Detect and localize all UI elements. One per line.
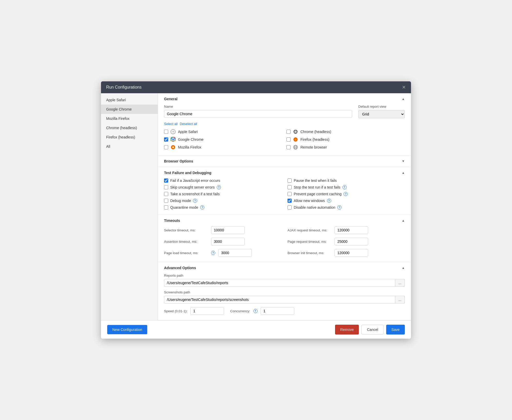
help-icon-skip-server[interactable]: ? xyxy=(217,185,221,189)
checkbox-prevent-cache[interactable] xyxy=(288,192,292,196)
test-failure-collapse-icon: ▲ xyxy=(402,171,405,175)
input-ajax-timeout[interactable] xyxy=(335,226,368,234)
label-quarantine: Quarantine mode xyxy=(170,205,198,209)
screenshots-path-browse-button[interactable]: ... xyxy=(395,296,405,304)
label-selector-timeout: Selector timeout, ms: xyxy=(164,228,208,232)
svg-point-12 xyxy=(294,138,297,141)
checkbox-quarantine[interactable] xyxy=(164,205,168,209)
label-pause: Pause the test when it fails xyxy=(294,178,337,183)
remove-button[interactable]: Remove xyxy=(335,325,359,335)
new-configuration-button[interactable]: New Configuration xyxy=(107,325,147,334)
input-browser-init-timeout[interactable] xyxy=(335,249,368,257)
sidebar-item-all[interactable]: All xyxy=(101,142,158,151)
sidebar-item-chrome-headless[interactable]: Chrome (headless) xyxy=(101,123,158,133)
help-icon-debug-mode[interactable]: ? xyxy=(193,199,197,203)
reports-path-browse-button[interactable]: ... xyxy=(395,279,405,287)
browser-checkbox-apple-safari[interactable] xyxy=(164,130,168,134)
general-section-header[interactable]: General ▲ xyxy=(158,93,411,105)
screenshots-path-input[interactable] xyxy=(164,296,395,304)
help-icon-concurrency[interactable]: ? xyxy=(253,309,258,313)
advanced-content: Reports path ... Screenshots path ... xyxy=(158,274,411,320)
sidebar-item-mozilla-firefox[interactable]: Mozilla Firefox xyxy=(101,114,158,123)
sidebar-item-firefox-headless[interactable]: Firefox (headless) xyxy=(101,133,158,142)
reports-path-input[interactable] xyxy=(164,279,395,287)
test-failure-header[interactable]: Test Failure and Debugging ▲ xyxy=(158,167,411,178)
sidebar-item-apple-safari[interactable]: Apple Safari xyxy=(101,95,158,105)
footer-right: Remove Cancel Save xyxy=(335,325,405,335)
label-prevent-cache: Prevent page content caching xyxy=(294,192,342,196)
browser-options-collapse-icon: ▼ xyxy=(402,159,405,163)
help-icon-prevent-cache[interactable]: ? xyxy=(344,192,348,196)
test-failure-section: Test Failure and Debugging ▲ Fail if a J… xyxy=(158,167,411,215)
checkbox-skip-server[interactable] xyxy=(164,185,168,189)
label-page-request-timeout: Page request timeout, ms: xyxy=(288,240,331,244)
debug-item-allow-windows: Allow new windows ? xyxy=(288,199,405,203)
browser-checkbox-google-chrome[interactable] xyxy=(164,137,168,142)
checkbox-stop-run[interactable] xyxy=(288,185,292,189)
general-collapse-icon: ▲ xyxy=(402,97,405,101)
reports-path-label: Reports path xyxy=(164,274,405,277)
browser-label-google-chrome: Google Chrome xyxy=(178,137,204,142)
speed-row: Speed (0.01-1): Concurrency: ? xyxy=(164,307,405,315)
input-page-load-timeout[interactable] xyxy=(218,249,252,257)
debug-item-quarantine: Quarantine mode ? xyxy=(164,205,281,209)
cancel-button[interactable]: Cancel xyxy=(361,325,384,335)
name-input[interactable] xyxy=(164,110,352,118)
timeout-selector: Selector timeout, ms: xyxy=(164,226,281,234)
help-icon-page-load[interactable]: ? xyxy=(211,251,215,255)
input-selector-timeout[interactable] xyxy=(211,226,245,234)
checkbox-pause[interactable] xyxy=(288,178,292,183)
screenshots-path-input-row: ... xyxy=(164,296,405,304)
concurrency-input[interactable] xyxy=(261,307,294,315)
reports-path-input-row: ... xyxy=(164,279,405,287)
checkbox-debug-mode[interactable] xyxy=(164,199,168,203)
label-assertion-timeout: Assertion timeout, ms: xyxy=(164,240,208,244)
remote-browser-icon xyxy=(293,144,298,150)
dialog-title: Run Configurations xyxy=(106,85,142,90)
input-assertion-timeout[interactable] xyxy=(211,238,245,245)
debug-items-left: Fail if a JavaScript error occurs Skip u… xyxy=(164,178,281,209)
checkbox-fail-js[interactable] xyxy=(164,178,168,183)
browser-checkbox-remote-browser[interactable] xyxy=(286,145,291,149)
main-content: General ▲ Name Default report view Grid xyxy=(158,93,411,320)
speed-input[interactable] xyxy=(190,307,224,315)
input-page-request-timeout[interactable] xyxy=(335,238,368,245)
checkbox-screenshot[interactable] xyxy=(164,192,168,196)
run-configurations-dialog: Run Configurations ✕ Apple Safari Google… xyxy=(101,81,411,339)
help-icon-stop-run[interactable]: ? xyxy=(343,185,347,189)
label-allow-windows: Allow new windows xyxy=(294,199,325,203)
debug-item-screenshot: Take a screenshot if a test fails xyxy=(164,192,281,196)
advanced-header[interactable]: Advanced Options ▲ xyxy=(158,262,411,274)
advanced-section: Advanced Options ▲ Reports path ... Scre… xyxy=(158,262,411,320)
reports-path-row: Reports path ... xyxy=(164,274,405,287)
checkbox-disable-native[interactable] xyxy=(288,205,292,209)
timeout-page-load: Page load timeout, ms: ? xyxy=(164,249,281,257)
browser-options-section: Browser Options ▼ xyxy=(158,155,411,167)
browser-checkbox-firefox-headless[interactable] xyxy=(286,137,291,142)
sidebar: Apple Safari Google Chrome Mozilla Firef… xyxy=(101,93,158,320)
save-button[interactable]: Save xyxy=(386,325,405,335)
timeouts-header[interactable]: Timeouts ▲ xyxy=(158,215,411,226)
timeout-assertion: Assertion timeout, ms: xyxy=(164,238,281,245)
help-icon-disable-native[interactable]: ? xyxy=(337,205,342,209)
timeouts-content: Selector timeout, ms: AJAX request timeo… xyxy=(158,226,411,262)
help-icon-quarantine[interactable]: ? xyxy=(200,205,204,209)
deselect-all-link[interactable]: Deselect all xyxy=(180,122,197,126)
report-view-select[interactable]: Grid List xyxy=(358,110,405,118)
debug-item-fail-js: Fail if a JavaScript error occurs xyxy=(164,178,281,183)
label-browser-init-timeout: Browser init timeout, ms: xyxy=(288,251,331,255)
close-button[interactable]: ✕ xyxy=(402,85,406,90)
browser-checkbox-chrome-headless[interactable] xyxy=(286,130,291,134)
help-icon-allow-windows[interactable]: ? xyxy=(327,199,331,203)
browser-options-header[interactable]: Browser Options ▼ xyxy=(158,155,411,167)
label-ajax-timeout: AJAX request timeout, ms: xyxy=(288,228,331,232)
select-all-link[interactable]: Select all xyxy=(164,122,178,126)
concurrency-group: Concurrency: ? xyxy=(230,307,294,315)
browser-checkbox-mozilla-firefox[interactable] xyxy=(164,145,168,149)
label-debug-mode: Debug mode xyxy=(170,199,191,203)
checkbox-allow-windows[interactable] xyxy=(288,199,292,203)
advanced-collapse-icon: ▲ xyxy=(402,266,405,270)
select-links: Select all Deselect all xyxy=(164,122,405,126)
concurrency-label: Concurrency: xyxy=(230,309,250,313)
sidebar-item-google-chrome[interactable]: Google Chrome xyxy=(101,105,158,114)
